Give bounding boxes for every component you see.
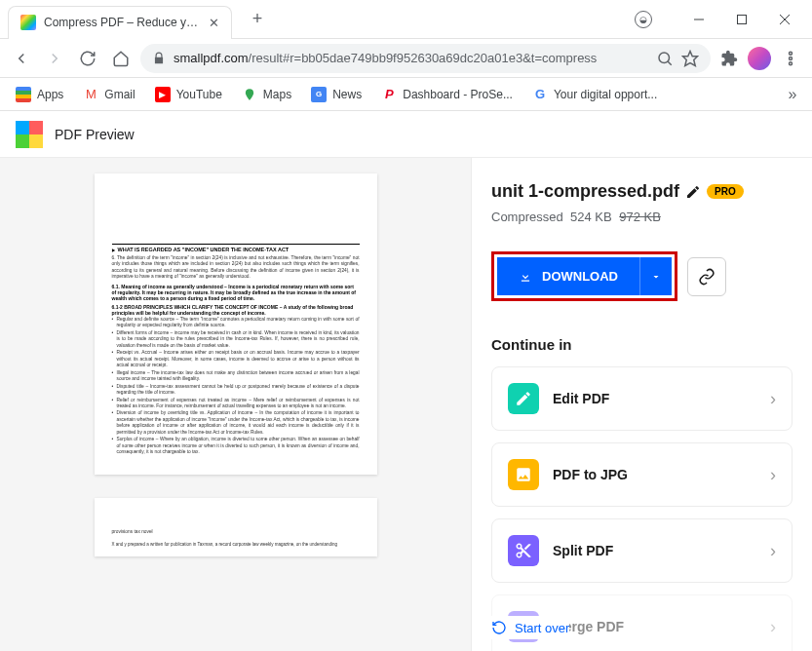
youtube-icon: ▶ bbox=[155, 87, 171, 102]
restart-icon bbox=[491, 620, 507, 635]
svg-rect-1 bbox=[738, 15, 747, 23]
extensions-icon[interactable] bbox=[720, 50, 738, 67]
tab-title: Compress PDF – Reduce your PD bbox=[44, 16, 201, 29]
action-split-pdf[interactable]: Split PDF › bbox=[491, 518, 793, 583]
edit-filename-icon[interactable] bbox=[685, 184, 701, 200]
close-tab-icon[interactable]: ✕ bbox=[209, 16, 219, 30]
browser-toolbar: smallpdf.com/result#r=bb05dae749bb9f9526… bbox=[0, 39, 812, 78]
link-icon bbox=[698, 268, 715, 286]
app-logo bbox=[16, 121, 43, 148]
menu-button[interactable] bbox=[777, 45, 804, 72]
bookmark-google[interactable]: GYour digital opport... bbox=[524, 83, 665, 106]
browser-tab[interactable]: Compress PDF – Reduce your PD ✕ bbox=[8, 6, 232, 39]
svg-point-7 bbox=[790, 52, 793, 55]
gmail-icon: M bbox=[83, 87, 98, 102]
bookmarks-bar: Apps MGmail ▶YouTube Maps GNews PDashboa… bbox=[0, 78, 812, 111]
minimize-button[interactable] bbox=[679, 5, 718, 34]
svg-point-9 bbox=[790, 61, 793, 64]
lock-icon bbox=[152, 52, 166, 65]
start-over-button[interactable]: Start over bbox=[491, 616, 569, 639]
pdf-page-1: WHAT IS REGARDED AS "INCOME" UNDER THE I… bbox=[95, 173, 377, 475]
file-meta: Compressed 524 KB 972 KB bbox=[491, 210, 793, 224]
maps-icon bbox=[242, 87, 257, 102]
download-row: DOWNLOAD bbox=[491, 251, 793, 301]
svg-marker-6 bbox=[683, 51, 698, 65]
download-dropdown-button[interactable] bbox=[639, 257, 672, 295]
url-text: smallpdf.com/result#r=bb05dae749bb9f9526… bbox=[174, 51, 648, 65]
close-window-button[interactable] bbox=[765, 5, 804, 34]
pdf-page-2: provisions tax novel X and y prepared a … bbox=[95, 498, 377, 556]
pdf-to-jpg-icon bbox=[508, 459, 539, 490]
chevron-right-icon: › bbox=[770, 465, 776, 485]
chevron-right-icon: › bbox=[770, 389, 776, 409]
profile-indicator-icon[interactable]: ◒ bbox=[635, 11, 652, 28]
bookmark-gmail[interactable]: MGmail bbox=[75, 83, 142, 106]
bookmark-youtube[interactable]: ▶YouTube bbox=[147, 83, 230, 106]
star-icon[interactable] bbox=[681, 50, 699, 67]
download-button[interactable]: DOWNLOAD bbox=[497, 257, 639, 295]
edit-pdf-icon bbox=[508, 383, 539, 414]
back-button[interactable] bbox=[8, 45, 35, 72]
action-pdf-to-jpg[interactable]: PDF to JPG › bbox=[491, 442, 793, 507]
download-icon bbox=[519, 270, 532, 284]
sidebar: unit 1-compressed.pdf PRO Compressed 524… bbox=[471, 158, 812, 651]
app-header: PDF Preview bbox=[0, 111, 812, 158]
tab-favicon bbox=[20, 15, 36, 30]
split-pdf-icon bbox=[508, 535, 539, 566]
maximize-button[interactable] bbox=[722, 5, 761, 34]
svg-line-5 bbox=[668, 61, 672, 65]
new-tab-button[interactable]: + bbox=[244, 6, 271, 33]
home-button[interactable] bbox=[107, 45, 135, 72]
browser-titlebar: Compress PDF – Reduce your PD ✕ + ◒ bbox=[0, 0, 812, 39]
bookmarks-overflow-icon[interactable]: » bbox=[781, 86, 804, 103]
main-content: WHAT IS REGARDED AS "INCOME" UNDER THE I… bbox=[0, 158, 812, 651]
profile-avatar[interactable] bbox=[748, 47, 771, 70]
reload-button[interactable] bbox=[74, 45, 101, 72]
chevron-right-icon: › bbox=[770, 541, 776, 561]
pinterest-icon: P bbox=[381, 87, 397, 102]
bookmark-news[interactable]: GNews bbox=[303, 83, 369, 106]
forward-button[interactable] bbox=[41, 45, 68, 72]
zoom-icon[interactable] bbox=[656, 50, 674, 67]
bookmark-maps[interactable]: Maps bbox=[234, 83, 299, 106]
download-highlight: DOWNLOAD bbox=[491, 251, 677, 301]
pro-badge: PRO bbox=[707, 184, 744, 199]
svg-point-4 bbox=[659, 53, 670, 63]
chevron-right-icon: › bbox=[770, 617, 776, 637]
action-edit-pdf[interactable]: Edit PDF › bbox=[491, 366, 793, 431]
google-icon: G bbox=[532, 87, 548, 102]
bookmark-apps[interactable]: Apps bbox=[8, 83, 71, 106]
share-link-button[interactable] bbox=[687, 257, 726, 296]
continue-in-label: Continue in bbox=[491, 336, 793, 353]
chevron-down-icon bbox=[650, 271, 662, 283]
bookmark-pinterest[interactable]: PDashboard - ProSe... bbox=[373, 83, 521, 106]
file-name: unit 1-compressed.pdf bbox=[491, 181, 679, 202]
news-icon: G bbox=[311, 87, 327, 102]
pdf-preview-area[interactable]: WHAT IS REGARDED AS "INCOME" UNDER THE I… bbox=[0, 158, 471, 651]
address-bar[interactable]: smallpdf.com/result#r=bb05dae749bb9f9526… bbox=[140, 44, 711, 73]
apps-icon bbox=[16, 87, 31, 102]
app-header-title: PDF Preview bbox=[55, 127, 135, 142]
file-title-row: unit 1-compressed.pdf PRO bbox=[491, 181, 793, 202]
svg-point-8 bbox=[790, 57, 793, 59]
